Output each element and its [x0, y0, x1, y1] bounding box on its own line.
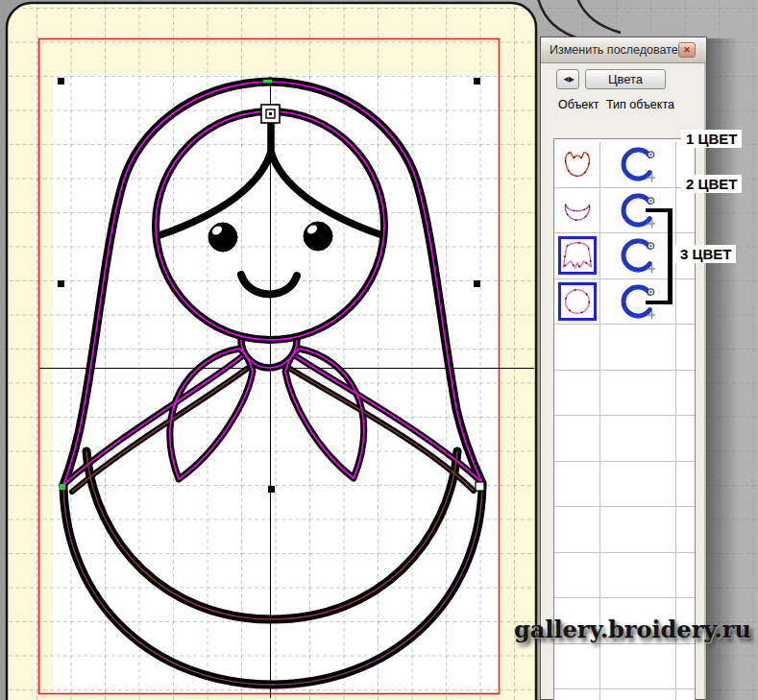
column-header-type: Тип объекта [606, 98, 674, 111]
panel-title: Изменить последовате... [550, 43, 688, 57]
close-button[interactable]: ✕ [678, 42, 696, 58]
panel-client: ◄▶ Цвета Объект Тип объекта [541, 63, 706, 700]
empty-row [554, 507, 695, 553]
empty-row [554, 416, 695, 462]
collapse-button[interactable]: ◄▶ [556, 69, 579, 89]
left-eye [208, 223, 237, 252]
colors-button[interactable]: Цвета [585, 69, 666, 89]
empty-row [554, 325, 695, 371]
object-thumbnail [558, 282, 597, 321]
object-thumbnail [558, 236, 597, 275]
object-row[interactable] [554, 142, 695, 188]
start-point-marker[interactable] [263, 80, 272, 84]
pink-kerchief-icon [561, 239, 594, 272]
pink-circle-icon [561, 285, 594, 318]
panel-titlebar[interactable]: Изменить последовате... ✕ [541, 37, 706, 63]
empty-row [554, 462, 695, 508]
purple-crescent-icon [561, 191, 594, 229]
object-row[interactable] [554, 279, 695, 326]
empty-row [554, 644, 695, 690]
annotation-color-1: 1 ЦВЕТ [681, 130, 742, 148]
end-point-marker[interactable] [476, 482, 484, 491]
screenshot-root: Изменить последовате... ✕ ◄▶ Цвета Объек… [0, 0, 758, 700]
annotation-color-2: 2 ЦВЕТ [681, 175, 742, 193]
object-thumbnail [558, 191, 597, 229]
empty-row [554, 689, 695, 700]
right-eye [304, 222, 332, 251]
outline-object-icon [621, 146, 655, 182]
start-node-marker[interactable] [60, 484, 65, 490]
red-scarf-outline-icon [561, 145, 594, 183]
watermark: gallery.broidery.ru [514, 616, 751, 643]
object-row[interactable] [554, 233, 695, 279]
empty-row [554, 371, 695, 417]
object-thumbnail [558, 145, 597, 183]
annotation-color-3: 3 ЦВЕТ [675, 245, 736, 263]
column-header-object: Объект [558, 98, 599, 111]
empty-row [554, 553, 695, 599]
color-group-bracket [646, 208, 672, 304]
rotation-handle[interactable] [261, 105, 280, 123]
object-row[interactable] [554, 188, 695, 234]
close-icon: ✕ [683, 45, 691, 55]
